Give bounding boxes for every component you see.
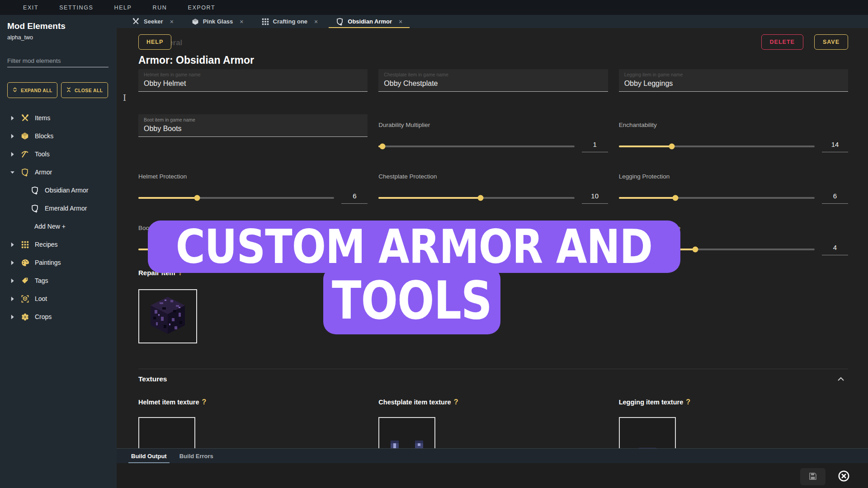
slider-value[interactable]: 10 [582, 192, 608, 204]
slider-track[interactable] [378, 197, 574, 199]
filter-mod-elements-input[interactable] [7, 55, 108, 67]
slider-value[interactable]: 6 [341, 192, 368, 204]
slider-track[interactable] [619, 197, 815, 199]
slider-value[interactable]: 5 [341, 244, 368, 255]
close-tab-icon[interactable]: × [314, 18, 318, 25]
close-all-button[interactable]: CLOSE ALL [61, 82, 108, 98]
menu-item-export[interactable]: EXPORT [188, 5, 215, 11]
sidebar-item-items[interactable]: Items [7, 109, 109, 127]
sidebar-item-armor[interactable]: Armor [7, 163, 109, 181]
help-question-icon[interactable]: ? [454, 398, 458, 406]
menu-item-settings[interactable]: SETTINGS [59, 5, 93, 11]
caret-right-icon[interactable] [10, 296, 15, 302]
help-question-icon[interactable]: ? [202, 398, 207, 406]
sidebar-item-label: Crops [35, 313, 52, 320]
sidebar-item-paintings[interactable]: Paintings [7, 253, 109, 272]
helmet-name-input[interactable] [144, 77, 362, 88]
sidebar-item-emerald-armor[interactable]: Emerald Armor [7, 199, 109, 217]
slider-boot-protection: Boot Protection 5 [138, 225, 368, 255]
mod-elements-sidebar: Mod Elements alpha_two EXPAND ALL CLOSE … [0, 15, 117, 488]
slider-thumb[interactable] [477, 247, 483, 253]
tab-crafting-one[interactable]: Crafting one × [253, 15, 327, 28]
chestplate-name-input[interactable] [384, 77, 602, 88]
slider-thumb[interactable] [669, 144, 675, 150]
sidebar-item-label: Loot [35, 295, 47, 302]
slider-track[interactable] [378, 145, 574, 147]
slider-thumb[interactable] [194, 195, 200, 201]
tab-pink-glass[interactable]: Pink Glass × [183, 15, 253, 28]
slider-value[interactable]: 6 [822, 192, 848, 204]
chestplate-name-field[interactable]: Chestplate item in game name [378, 69, 608, 92]
slider-value[interactable]: 4 [822, 244, 848, 255]
legging-texture-picker[interactable] [619, 417, 676, 448]
caret-right-icon[interactable] [10, 260, 15, 266]
help-button[interactable]: HELP [138, 34, 171, 50]
slider-track[interactable] [619, 145, 815, 147]
menu-item-exit[interactable]: EXIT [23, 5, 38, 11]
close-tab-icon[interactable]: × [170, 18, 174, 25]
slider-toughness: Toughness 5 [378, 225, 608, 255]
tab-build-output[interactable]: Build Output [131, 449, 167, 463]
menu-item-run[interactable]: RUN [153, 5, 167, 11]
sidebar-item-label: Armor [35, 169, 52, 176]
slider-thumb[interactable] [692, 247, 698, 253]
sidebar-item-tools[interactable]: Tools [7, 145, 109, 163]
sidebar-item-crops[interactable]: Crops [7, 308, 109, 326]
slider-track[interactable] [138, 197, 334, 199]
tab-build-errors[interactable]: Build Errors [179, 449, 213, 463]
caret-right-icon[interactable] [10, 133, 15, 139]
slider-thumb[interactable] [477, 195, 483, 201]
close-tab-icon[interactable]: × [399, 18, 402, 25]
slider-thumb[interactable] [379, 144, 385, 150]
slider-thumb[interactable] [673, 195, 679, 201]
boot-name-field[interactable]: Boot item in game name [138, 114, 368, 137]
legging-name-field[interactable]: Legging item in game name [619, 69, 848, 92]
slider-track[interactable] [378, 249, 574, 250]
delete-button[interactable]: DELETE [761, 34, 803, 50]
legging-name-input[interactable] [624, 77, 843, 88]
help-question-icon[interactable]: ? [178, 269, 183, 277]
slider-value[interactable]: 5 [582, 244, 608, 255]
sidebar-item-blocks[interactable]: Blocks [7, 127, 109, 145]
slider-label: Durability Multiplier [378, 122, 608, 128]
repair-item-picker[interactable] [138, 289, 197, 343]
caret-right-icon[interactable] [10, 278, 15, 284]
boot-name-input[interactable] [144, 122, 362, 133]
caret-right-icon[interactable] [10, 242, 15, 248]
slider-track[interactable] [138, 249, 334, 250]
chestplate-texture-picker[interactable] [378, 417, 435, 448]
caret-right-icon[interactable] [10, 314, 15, 320]
add-new-armor-button[interactable]: Add New + [7, 217, 109, 235]
caret-right-icon[interactable] [10, 151, 15, 157]
sidebar-item-obsidian-armor[interactable]: Obsidian Armor [7, 181, 109, 199]
sidebar-item-loot[interactable]: Loot [7, 290, 109, 308]
save-button[interactable]: SAVE [814, 34, 848, 50]
save-log-button[interactable] [800, 468, 826, 485]
helmet-texture-picker[interactable] [138, 417, 195, 448]
menu-item-help[interactable]: HELP [114, 5, 132, 11]
tag-icon [20, 277, 30, 285]
slider-value[interactable]: 14 [822, 141, 848, 152]
caret-down-icon[interactable] [10, 170, 15, 174]
sidebar-item-recipes[interactable]: Recipes [7, 235, 109, 253]
helmet-name-field[interactable]: Helmet item in game name [138, 69, 368, 92]
add-new-label: Add New + [34, 223, 66, 230]
tab-obsidian-armor[interactable]: Obsidian Armor × [327, 15, 411, 28]
shield-plus-icon [30, 186, 40, 195]
caret-right-icon[interactable] [10, 115, 15, 121]
collapse-section-button[interactable] [835, 375, 847, 383]
close-tab-icon[interactable]: × [240, 18, 243, 25]
tab-label: Obsidian Armor [348, 18, 392, 25]
expand-all-button[interactable]: EXPAND ALL [7, 82, 57, 98]
help-question-icon[interactable]: ? [686, 398, 690, 406]
helmet-texture-label: Helmet item texture [138, 399, 199, 406]
slider-track[interactable] [619, 249, 815, 250]
clear-console-button[interactable] [831, 468, 856, 485]
slider-thumb[interactable] [184, 247, 190, 253]
sidebar-item-label: Tools [35, 150, 50, 158]
textures-section: Textures Helmet item texture? Chestplate… [138, 369, 848, 448]
slider-value[interactable]: 1 [582, 141, 608, 152]
tab-seeker[interactable]: Seeker × [123, 15, 183, 28]
sidebar-item-label: Tags [35, 277, 48, 284]
sidebar-item-tags[interactable]: Tags [7, 272, 109, 290]
